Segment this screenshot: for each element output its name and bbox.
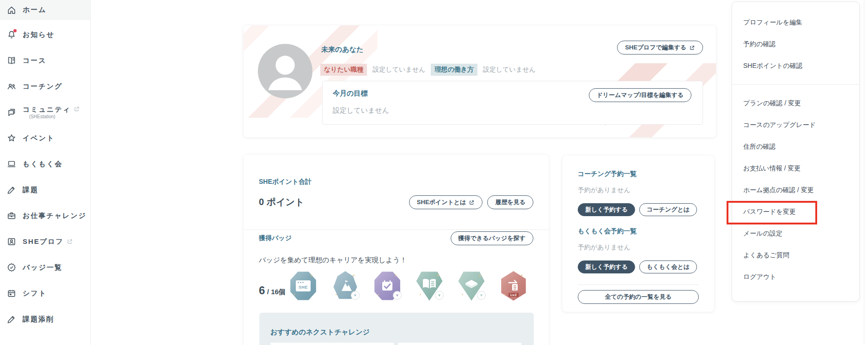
next-challenge-title: おすすめのネクストチャレンジ: [270, 328, 370, 337]
badges-description: バッジを集めて理想のキャリアを実現しよう！: [259, 256, 407, 265]
calendar-check-gem-icon[interactable]: ✦✦: [374, 271, 401, 301]
edit-dreammap-button[interactable]: ドリームマップ/目標を編集する: [589, 88, 691, 102]
sidebar-item-label: シフト: [23, 289, 47, 298]
mokumoku-new-reservation-button[interactable]: 新しく予約する: [578, 260, 635, 273]
sidebar-item-shift[interactable]: シフト: [0, 280, 90, 306]
sidebar-item-label: コース: [23, 56, 47, 65]
mokumoku-empty-text: 予約がありません: [578, 243, 630, 252]
sidebar-item-event[interactable]: イベント: [0, 125, 90, 151]
edit-dreammap-label: ドリームマップ/目標を編集する: [597, 91, 684, 99]
badge-count-earned: 6: [259, 284, 265, 297]
menu-item-check-reservations[interactable]: 予約の確認: [732, 33, 859, 55]
challenge-card[interactable]: [270, 343, 394, 345]
menu-item-course-upgrade[interactable]: コースのアップグレード: [732, 114, 859, 136]
home-icon: [6, 5, 17, 15]
profile-name: 未来のあなた: [321, 45, 363, 54]
sidebar-item-label: イベント: [23, 134, 55, 143]
desired-job-value: 設定していません: [373, 66, 425, 74]
sidebar-item-mokumoku[interactable]: もくもく会: [0, 151, 90, 177]
sidebar-item-news[interactable]: お知らせ: [0, 22, 90, 48]
points-title: SHEポイント合計: [259, 178, 312, 186]
laptop-icon: [6, 159, 17, 169]
book-icon: [6, 55, 17, 66]
find-badges-label: 獲得できるバッジを探す: [458, 234, 526, 242]
sidebar-item-home[interactable]: ホーム: [0, 0, 90, 20]
menu-item-check-points[interactable]: SHEポイントの確認: [732, 55, 859, 77]
divider: [244, 230, 549, 230]
menu-item-edit-profile[interactable]: プロフィールを編集: [732, 12, 859, 33]
points-history-button[interactable]: 履歴を見る: [487, 195, 533, 209]
level-label: Lv.2: [508, 293, 519, 297]
profile-card: 未来のあなた SHEプロフで編集する なりたい職種 設定していません 理想の働き…: [244, 25, 716, 137]
coaching-empty-text: 予約がありません: [578, 186, 630, 194]
sidebar-item-badges[interactable]: バッジ一覧: [0, 254, 90, 280]
badge-count: 6 / 16個: [259, 284, 286, 297]
closed-book-gem-icon[interactable]: ✦✦: [458, 271, 485, 301]
sidebar-item-work-challenge[interactable]: お仕事チャレンジ: [0, 203, 90, 229]
menu-item-home-base[interactable]: ホーム拠点の確認 / 変更: [732, 179, 859, 201]
menu-item-address[interactable]: 住所の確認: [732, 136, 859, 157]
menu-item-faq[interactable]: よくあるご質問: [732, 244, 859, 266]
challenge-card[interactable]: [398, 343, 521, 345]
sidebar-item-assignment[interactable]: 課題: [0, 177, 90, 203]
menu-item-email-settings[interactable]: メールの設定: [732, 223, 859, 244]
sidebar-item-course[interactable]: コース: [0, 48, 90, 73]
she-browser-gem-icon[interactable]: ✦✦ SHE: [290, 271, 317, 301]
external-link-icon: [73, 106, 80, 112]
about-mokumoku-label: もくもく会とは: [647, 263, 690, 271]
sidebar-item-community[interactable]: コミュニティ (SHEstation): [0, 99, 90, 125]
menu-item-change-password[interactable]: パスワードを変更: [732, 201, 859, 223]
sidebar-item-label: お仕事チャレンジ: [23, 212, 86, 220]
about-coaching-button[interactable]: コーチングとは: [639, 203, 697, 216]
she-window: SHE: [296, 280, 311, 291]
sidebar-item-sheprofile[interactable]: SHEプロフ: [0, 229, 90, 254]
page-edge-divider: [864, 0, 864, 345]
account-menu: プロフィールを編集 予約の確認 SHEポイントの確認 プランの確認 / 変更 コ…: [732, 1, 860, 302]
points-value: 0 ポイント: [259, 196, 305, 208]
divider: [578, 284, 699, 285]
level-up-gem-icon[interactable]: ✦✦ Lv.2: [500, 271, 527, 301]
bell-icon: [6, 30, 17, 40]
badge-icon: [6, 262, 17, 272]
open-book-gem-icon[interactable]: ✦✦: [416, 271, 443, 301]
about-points-label: SHEポイントとは: [417, 198, 466, 206]
avatar: [258, 44, 312, 98]
sidebar-item-label: 課題添削: [23, 315, 54, 324]
people-icon: [6, 81, 17, 91]
coaching-new-label: 新しく予約する: [585, 206, 628, 214]
sidebar-item-label: バッジ一覧: [23, 263, 62, 272]
sidebar-item-assignment-review[interactable]: 課題添削: [0, 306, 90, 332]
all-reservations-button[interactable]: 全ての予約の一覧を見る: [578, 290, 699, 304]
menu-item-logout[interactable]: ログアウト: [732, 266, 859, 288]
external-link-icon: [469, 200, 475, 206]
home-screen: ホーム お知らせ コース コーチング: [0, 0, 868, 345]
she-logo-mini-badge: [393, 291, 402, 300]
monthly-goal-title: 今月の目標: [333, 89, 367, 98]
mountain-flag-gem-icon[interactable]: ✦✦: [332, 271, 359, 301]
edit-sheprofile-button[interactable]: SHEプロフで編集する: [617, 41, 703, 54]
menu-item-plan[interactable]: プランの確認 / 変更: [732, 92, 859, 114]
menu-divider: [732, 84, 859, 85]
star-icon: [6, 133, 17, 143]
points-card: SHEポイント合計 0 ポイント SHEポイントとは 履歴を見る 獲得バッジ 獲…: [244, 155, 549, 345]
find-badges-button[interactable]: 獲得できるバッジを探す: [451, 231, 533, 245]
coaching-reservations-title: コーチング予約一覧: [578, 170, 636, 178]
sidebar-item-label: 課題: [23, 186, 38, 194]
sidebar-item-sublabel: (SHEstation): [23, 115, 80, 119]
about-mokumoku-button[interactable]: もくもく会とは: [639, 260, 697, 273]
sidebar-item-label: もくもく会: [23, 160, 62, 169]
notification-dot: [13, 29, 17, 32]
badge-count-total: / 16個: [267, 288, 286, 296]
she-logo-mini-badge: [435, 291, 444, 300]
profile-attributes: なりたい職種 設定していません 理想の働き方 設定していません: [320, 64, 536, 76]
about-points-button[interactable]: SHEポイントとは: [409, 195, 483, 209]
sidebar-item-coaching[interactable]: コーチング: [0, 73, 90, 99]
pencil-icon: [6, 314, 17, 324]
desired-job-tag: なりたい職種: [320, 64, 367, 76]
sidebar-item-label: お知らせ: [23, 30, 55, 39]
coaching-new-reservation-button[interactable]: 新しく予約する: [578, 203, 635, 216]
menu-item-payment[interactable]: お支払い情報 / 変更: [732, 157, 859, 179]
mokumoku-reservations-title: もくもく会予約一覧: [578, 227, 636, 236]
chat-icon: [6, 107, 17, 117]
badge-gems-row: ✦✦ SHE ✦✦ ✦✦ ✦✦: [290, 271, 527, 301]
